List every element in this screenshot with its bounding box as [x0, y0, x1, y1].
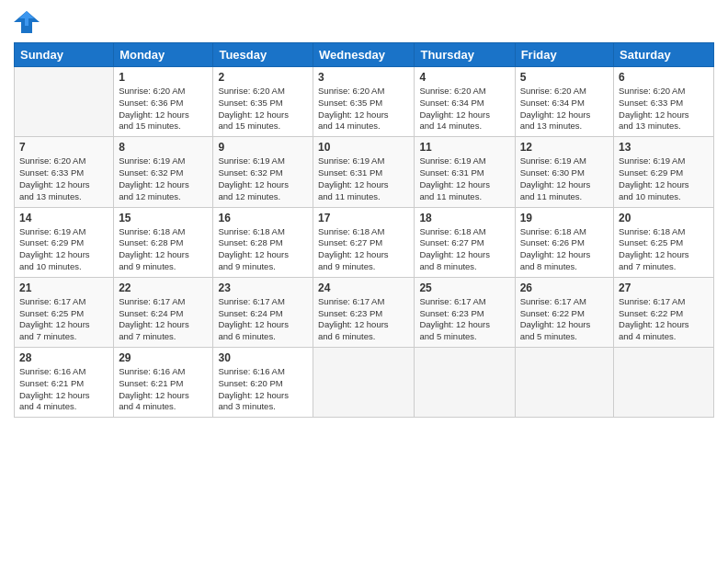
day-number: 26 — [520, 282, 609, 294]
day-number: 12 — [520, 141, 609, 154]
calendar-cell: 4Sunrise: 6:20 AMSunset: 6:34 PMDaylight… — [415, 67, 515, 137]
day-number: 13 — [619, 141, 709, 154]
calendar-cell: 13Sunrise: 6:19 AMSunset: 6:29 PMDayligh… — [614, 137, 714, 207]
header-monday: Monday — [114, 43, 213, 67]
day-info: Sunrise: 6:18 AMSunset: 6:28 PMDaylight:… — [218, 226, 308, 273]
logo-icon — [14, 9, 40, 35]
page: SundayMondayTuesdayWednesdayThursdayFrid… — [0, 0, 728, 563]
day-number: 25 — [419, 282, 509, 294]
day-info: Sunrise: 6:19 AMSunset: 6:29 PMDaylight:… — [19, 226, 108, 273]
day-number: 28 — [19, 351, 108, 364]
calendar-cell: 23Sunrise: 6:17 AMSunset: 6:24 PMDayligh… — [213, 277, 313, 347]
day-number: 21 — [19, 282, 108, 294]
calendar-cell: 3Sunrise: 6:20 AMSunset: 6:35 PMDaylight… — [313, 67, 415, 137]
calendar-cell: 11Sunrise: 6:19 AMSunset: 6:31 PMDayligh… — [415, 137, 515, 207]
day-number: 29 — [119, 351, 208, 364]
day-number: 18 — [419, 212, 509, 224]
day-number: 8 — [119, 141, 208, 154]
header-wednesday: Wednesday — [313, 43, 415, 67]
day-info: Sunrise: 6:16 AMSunset: 6:20 PMDaylight:… — [218, 366, 308, 413]
day-number: 30 — [218, 351, 308, 364]
day-info: Sunrise: 6:18 AMSunset: 6:27 PMDaylight:… — [318, 226, 409, 273]
calendar-cell: 1Sunrise: 6:20 AMSunset: 6:36 PMDaylight… — [114, 67, 213, 137]
calendar-cell: 16Sunrise: 6:18 AMSunset: 6:28 PMDayligh… — [213, 207, 313, 277]
header — [14, 9, 714, 35]
day-number: 4 — [419, 71, 509, 84]
day-number: 24 — [318, 282, 409, 294]
day-info: Sunrise: 6:19 AMSunset: 6:30 PMDaylight:… — [520, 155, 609, 202]
header-friday: Friday — [515, 43, 613, 67]
day-info: Sunrise: 6:17 AMSunset: 6:25 PMDaylight:… — [19, 296, 108, 343]
day-info: Sunrise: 6:20 AMSunset: 6:33 PMDaylight:… — [19, 155, 108, 202]
day-info: Sunrise: 6:16 AMSunset: 6:21 PMDaylight:… — [119, 366, 208, 413]
calendar-cell: 18Sunrise: 6:18 AMSunset: 6:27 PMDayligh… — [415, 207, 515, 277]
day-number: 7 — [19, 141, 108, 154]
day-info: Sunrise: 6:16 AMSunset: 6:21 PMDaylight:… — [19, 366, 108, 413]
header-saturday: Saturday — [614, 43, 714, 67]
header-thursday: Thursday — [415, 43, 515, 67]
header-sunday: Sunday — [15, 43, 114, 67]
day-info: Sunrise: 6:17 AMSunset: 6:24 PMDaylight:… — [218, 296, 308, 343]
calendar-cell: 22Sunrise: 6:17 AMSunset: 6:24 PMDayligh… — [114, 277, 213, 347]
calendar-cell: 27Sunrise: 6:17 AMSunset: 6:22 PMDayligh… — [614, 277, 714, 347]
day-number: 20 — [619, 212, 709, 224]
day-info: Sunrise: 6:20 AMSunset: 6:34 PMDaylight:… — [520, 86, 609, 132]
calendar-cell: 2Sunrise: 6:20 AMSunset: 6:35 PMDaylight… — [213, 67, 313, 137]
day-info: Sunrise: 6:17 AMSunset: 6:22 PMDaylight:… — [520, 296, 609, 343]
calendar-cell: 19Sunrise: 6:18 AMSunset: 6:26 PMDayligh… — [515, 207, 613, 277]
calendar-cell: 30Sunrise: 6:16 AMSunset: 6:20 PMDayligh… — [213, 348, 313, 418]
calendar-cell: 6Sunrise: 6:20 AMSunset: 6:33 PMDaylight… — [614, 67, 714, 137]
calendar-cell: 14Sunrise: 6:19 AMSunset: 6:29 PMDayligh… — [15, 207, 114, 277]
day-info: Sunrise: 6:19 AMSunset: 6:32 PMDaylight:… — [119, 155, 208, 202]
calendar-cell: 26Sunrise: 6:17 AMSunset: 6:22 PMDayligh… — [515, 277, 613, 347]
day-info: Sunrise: 6:20 AMSunset: 6:35 PMDaylight:… — [318, 86, 409, 132]
day-info: Sunrise: 6:18 AMSunset: 6:28 PMDaylight:… — [119, 226, 208, 273]
calendar-cell: 10Sunrise: 6:19 AMSunset: 6:31 PMDayligh… — [313, 137, 415, 207]
calendar-cell — [15, 67, 114, 137]
day-info: Sunrise: 6:18 AMSunset: 6:26 PMDaylight:… — [520, 226, 609, 273]
calendar-cell: 8Sunrise: 6:19 AMSunset: 6:32 PMDaylight… — [114, 137, 213, 207]
calendar-table: SundayMondayTuesdayWednesdayThursdayFrid… — [14, 42, 714, 418]
calendar-cell: 20Sunrise: 6:18 AMSunset: 6:25 PMDayligh… — [614, 207, 714, 277]
day-info: Sunrise: 6:20 AMSunset: 6:36 PMDaylight:… — [119, 86, 208, 132]
day-number: 1 — [119, 71, 208, 84]
day-info: Sunrise: 6:19 AMSunset: 6:29 PMDaylight:… — [619, 155, 709, 202]
calendar-cell: 12Sunrise: 6:19 AMSunset: 6:30 PMDayligh… — [515, 137, 613, 207]
day-number: 2 — [218, 71, 308, 84]
calendar-cell: 28Sunrise: 6:16 AMSunset: 6:21 PMDayligh… — [15, 348, 114, 418]
day-number: 16 — [218, 212, 308, 224]
calendar-cell: 15Sunrise: 6:18 AMSunset: 6:28 PMDayligh… — [114, 207, 213, 277]
day-number: 6 — [619, 71, 709, 84]
calendar-cell: 9Sunrise: 6:19 AMSunset: 6:32 PMDaylight… — [213, 137, 313, 207]
calendar-cell: 29Sunrise: 6:16 AMSunset: 6:21 PMDayligh… — [114, 348, 213, 418]
day-info: Sunrise: 6:17 AMSunset: 6:23 PMDaylight:… — [419, 296, 509, 343]
calendar-cell: 5Sunrise: 6:20 AMSunset: 6:34 PMDaylight… — [515, 67, 613, 137]
day-info: Sunrise: 6:17 AMSunset: 6:23 PMDaylight:… — [318, 296, 409, 343]
day-number: 19 — [520, 212, 609, 224]
day-info: Sunrise: 6:20 AMSunset: 6:33 PMDaylight:… — [619, 86, 709, 132]
day-info: Sunrise: 6:19 AMSunset: 6:31 PMDaylight:… — [419, 155, 509, 202]
calendar-cell: 24Sunrise: 6:17 AMSunset: 6:23 PMDayligh… — [313, 277, 415, 347]
day-info: Sunrise: 6:18 AMSunset: 6:27 PMDaylight:… — [419, 226, 509, 273]
day-info: Sunrise: 6:20 AMSunset: 6:34 PMDaylight:… — [419, 86, 509, 132]
day-info: Sunrise: 6:17 AMSunset: 6:24 PMDaylight:… — [119, 296, 208, 343]
day-info: Sunrise: 6:20 AMSunset: 6:35 PMDaylight:… — [218, 86, 308, 132]
day-number: 22 — [119, 282, 208, 294]
day-number: 27 — [619, 282, 709, 294]
day-number: 11 — [419, 141, 509, 154]
day-number: 15 — [119, 212, 208, 224]
day-number: 3 — [318, 71, 409, 84]
calendar-cell: 7Sunrise: 6:20 AMSunset: 6:33 PMDaylight… — [15, 137, 114, 207]
calendar-cell: 25Sunrise: 6:17 AMSunset: 6:23 PMDayligh… — [415, 277, 515, 347]
day-info: Sunrise: 6:18 AMSunset: 6:25 PMDaylight:… — [619, 226, 709, 273]
calendar-cell: 17Sunrise: 6:18 AMSunset: 6:27 PMDayligh… — [313, 207, 415, 277]
day-info: Sunrise: 6:19 AMSunset: 6:31 PMDaylight:… — [318, 155, 409, 202]
day-number: 14 — [19, 212, 108, 224]
day-info: Sunrise: 6:19 AMSunset: 6:32 PMDaylight:… — [218, 155, 308, 202]
day-number: 23 — [218, 282, 308, 294]
day-number: 9 — [218, 141, 308, 154]
calendar-cell — [415, 348, 515, 418]
day-number: 17 — [318, 212, 409, 224]
day-number: 10 — [318, 141, 409, 154]
day-info: Sunrise: 6:17 AMSunset: 6:22 PMDaylight:… — [619, 296, 709, 343]
